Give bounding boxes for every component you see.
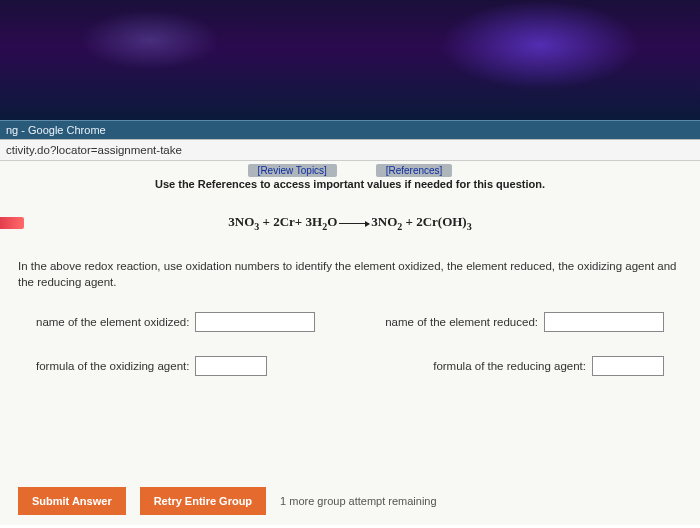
reduced-group: name of the element reduced: bbox=[385, 312, 664, 332]
window-titlebar: ng - Google Chrome bbox=[0, 120, 700, 139]
oxidizing-agent-label: formula of the oxidizing agent: bbox=[36, 360, 189, 372]
retry-group-button[interactable]: Retry Entire Group bbox=[140, 487, 266, 515]
footer-controls: Submit Answer Retry Entire Group 1 more … bbox=[18, 487, 437, 515]
reduced-input[interactable] bbox=[544, 312, 664, 332]
oxidized-input[interactable] bbox=[195, 312, 315, 332]
desktop-background bbox=[0, 0, 700, 120]
eq-sub: 3 bbox=[467, 221, 472, 232]
reduced-label: name of the element reduced: bbox=[385, 316, 538, 328]
submit-answer-button[interactable]: Submit Answer bbox=[18, 487, 126, 515]
answer-fields: name of the element oxidized: name of th… bbox=[36, 312, 664, 376]
eq-part: 3NO bbox=[228, 214, 254, 229]
question-prompt: In the above redox reaction, use oxidati… bbox=[18, 258, 682, 290]
row-elements: name of the element oxidized: name of th… bbox=[36, 312, 664, 332]
review-topics-link[interactable]: [Review Topics] bbox=[248, 164, 337, 177]
reducing-agent-input[interactable] bbox=[592, 356, 664, 376]
oxidized-group: name of the element oxidized: bbox=[36, 312, 315, 332]
eq-part: 3NO bbox=[371, 214, 397, 229]
instructions-text: Use the References to access important v… bbox=[12, 178, 688, 190]
page-content: [Review Topics] [References] Use the Ref… bbox=[0, 161, 700, 525]
oxidized-label: name of the element oxidized: bbox=[36, 316, 189, 328]
reducing-agent-label: formula of the reducing agent: bbox=[433, 360, 586, 372]
chemical-equation: 3NO3 + 2Cr+ 3H2O3NO2 + 2Cr(OH)3 bbox=[12, 214, 688, 232]
progress-marker bbox=[0, 217, 24, 229]
eq-part: + 2Cr(OH) bbox=[402, 214, 466, 229]
eq-part: + 2Cr+ 3H bbox=[259, 214, 322, 229]
eq-part: O bbox=[327, 214, 337, 229]
top-links: [Review Topics] [References] bbox=[12, 161, 688, 176]
attempts-remaining: 1 more group attempt remaining bbox=[280, 495, 437, 507]
oxidizing-agent-input[interactable] bbox=[195, 356, 267, 376]
references-link[interactable]: [References] bbox=[376, 164, 453, 177]
address-bar[interactable]: ctivity.do?locator=assignment-take bbox=[0, 139, 700, 161]
oxidizing-agent-group: formula of the oxidizing agent: bbox=[36, 356, 267, 376]
reaction-arrow-icon bbox=[339, 223, 369, 224]
window-title: ng - Google Chrome bbox=[6, 124, 106, 136]
reducing-agent-group: formula of the reducing agent: bbox=[433, 356, 664, 376]
row-agents: formula of the oxidizing agent: formula … bbox=[36, 356, 664, 376]
url-text: ctivity.do?locator=assignment-take bbox=[6, 144, 182, 156]
